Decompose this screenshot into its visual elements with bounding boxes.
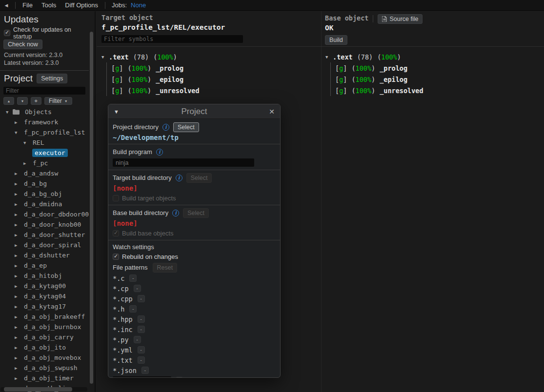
project-directory-select-button[interactable]: Select bbox=[173, 122, 199, 132]
remove-pattern-button[interactable]: - bbox=[134, 336, 141, 343]
tree-item[interactable]: ▶ d_a_kytag17 bbox=[0, 301, 89, 312]
tree-item-label: d_a_bg bbox=[21, 179, 49, 188]
tree-expand-icon[interactable]: ▶ bbox=[15, 243, 21, 248]
startup-checkbox[interactable] bbox=[4, 30, 10, 36]
tree-item[interactable]: ▶ d_a_andsw bbox=[0, 168, 89, 178]
section-header[interactable]: ▼ .text (78) (100%) bbox=[101, 51, 321, 62]
tree-expand-icon[interactable]: ▶ bbox=[23, 161, 30, 166]
project-filter-input[interactable] bbox=[3, 87, 85, 95]
tree-expand-icon[interactable]: ▶ bbox=[15, 222, 21, 227]
symbol-row[interactable]: [g] (100%) _unresolved bbox=[335, 85, 423, 96]
tree-item[interactable]: ▶ d_a_hitobj bbox=[0, 271, 89, 281]
tree-item[interactable]: ▶ d_a_obj_swpush bbox=[0, 363, 89, 373]
remove-pattern-button[interactable]: - bbox=[129, 274, 137, 282]
jobs-link[interactable]: None bbox=[128, 1, 149, 9]
filter-dropdown-button[interactable]: Filter ▼ bbox=[44, 97, 72, 105]
project-dialog-titlebar[interactable]: ▼ Project ✕ bbox=[108, 104, 280, 119]
tree-expand-icon[interactable]: ▶ bbox=[15, 181, 21, 186]
remove-pattern-button[interactable]: - bbox=[129, 305, 137, 313]
tree-item[interactable]: ▼ REL bbox=[0, 137, 89, 148]
symbol-row[interactable]: [g] (100%) _prolog bbox=[111, 62, 321, 74]
tree-expand-icon[interactable]: ▶ bbox=[15, 233, 21, 237]
tree-expand-icon[interactable]: ▶ bbox=[15, 253, 21, 258]
tree-expand-icon[interactable]: ▼ bbox=[23, 140, 30, 145]
tree-expand-icon[interactable]: ▶ bbox=[15, 376, 21, 381]
menu-item[interactable]: Tools bbox=[37, 1, 60, 9]
symbol-row[interactable]: [g] (100%) _epilog bbox=[111, 74, 321, 85]
new-pattern-input[interactable] bbox=[113, 376, 171, 378]
sort-down-button[interactable]: ▼ bbox=[17, 97, 28, 105]
tree-item[interactable]: ▼ f_pc_profile_lst bbox=[0, 127, 89, 137]
tree-item[interactable]: ▶ d_a_obj_burnbox bbox=[0, 322, 89, 332]
remove-pattern-button[interactable]: - bbox=[138, 315, 145, 323]
tree-expand-icon[interactable]: ▼ bbox=[6, 110, 13, 115]
tree-expand-icon[interactable]: ▶ bbox=[15, 294, 21, 299]
tree-item[interactable]: ▶ d_a_bg_obj bbox=[0, 189, 89, 199]
tree-item[interactable]: ▶ d_a_door_spiral bbox=[0, 240, 89, 250]
add-pattern-button[interactable]: + bbox=[176, 377, 183, 378]
tree-item[interactable]: executor bbox=[0, 148, 89, 158]
source-file-button[interactable]: Source file bbox=[378, 14, 423, 24]
tree-expand-icon[interactable]: ▶ bbox=[15, 355, 21, 360]
tree-item[interactable]: ▶ d_a_kytag04 bbox=[0, 291, 89, 301]
rebuild-on-changes-checkbox[interactable] bbox=[113, 254, 119, 260]
tree-item[interactable]: ▶ d_a_door_knob00 bbox=[0, 219, 89, 230]
dialog-collapse-icon[interactable]: ▼ bbox=[114, 109, 124, 115]
tree-expand-icon[interactable]: ▶ bbox=[15, 192, 21, 196]
tree-item[interactable]: ▶ d_a_door_shutter bbox=[0, 230, 89, 240]
tree-item[interactable]: ▶ d_a_obj_timer bbox=[0, 373, 89, 383]
tree-expand-icon[interactable]: ▶ bbox=[15, 202, 21, 207]
close-icon[interactable]: ✕ bbox=[264, 108, 275, 116]
locate-object-button[interactable]: ⌖ bbox=[31, 97, 41, 105]
tree-expand-icon[interactable]: ▶ bbox=[15, 345, 21, 350]
tree-expand-icon[interactable]: ▶ bbox=[15, 120, 21, 125]
back-icon[interactable]: ◀ bbox=[0, 3, 13, 8]
section-collapse-icon[interactable]: ▼ bbox=[325, 55, 333, 59]
build-button[interactable]: Build bbox=[325, 35, 347, 45]
symbol-row[interactable]: [g] (100%) _prolog bbox=[335, 62, 423, 74]
remove-pattern-button[interactable]: - bbox=[134, 285, 141, 292]
section-collapse-icon[interactable]: ▼ bbox=[101, 55, 109, 59]
symbol-row[interactable]: [g] (100%) _epilog bbox=[335, 74, 423, 85]
section-header[interactable]: ▼ .text (78) (100%) bbox=[325, 51, 423, 62]
check-now-button[interactable]: Check now bbox=[3, 39, 42, 49]
tree-item[interactable]: ▶ d_a_door_dbdoor00 bbox=[0, 209, 89, 219]
tree-item[interactable]: ▶ d_a_dmidna bbox=[0, 199, 89, 209]
tree-item[interactable]: ▶ d_a_obj_movebox bbox=[0, 353, 89, 363]
remove-pattern-button[interactable]: - bbox=[138, 326, 145, 333]
tree-expand-icon[interactable]: ▶ bbox=[15, 325, 21, 330]
tree-item[interactable]: ▶ d_a_obj_brakeeff bbox=[0, 312, 89, 322]
tree-item[interactable]: ▶ d_a_obj_ito bbox=[0, 342, 89, 353]
tree-expand-icon[interactable]: ▶ bbox=[15, 212, 21, 217]
tree-expand-icon[interactable]: ▼ bbox=[15, 130, 21, 135]
tree-expand-icon[interactable]: ▶ bbox=[15, 274, 21, 278]
symbol-row[interactable]: [g] (100%) _unresolved bbox=[111, 85, 321, 96]
sidebar-vertical-scrollbar[interactable] bbox=[90, 32, 93, 384]
tree-item[interactable]: ▶ d_a_kytag00 bbox=[0, 281, 89, 291]
sort-up-button[interactable]: ▲ bbox=[3, 97, 14, 105]
tree-item[interactable]: ▶ framework bbox=[0, 117, 89, 127]
tree-item[interactable]: ▶ f_pc bbox=[0, 158, 89, 168]
remove-pattern-button[interactable]: - bbox=[138, 356, 145, 364]
tree-expand-icon[interactable]: ▶ bbox=[15, 366, 21, 371]
tree-item[interactable]: ▶ d_a_bg bbox=[0, 178, 89, 189]
tree-expand-icon[interactable]: ▶ bbox=[15, 263, 21, 268]
menu-item[interactable]: File bbox=[18, 1, 37, 9]
build-program-input[interactable] bbox=[113, 158, 254, 167]
remove-pattern-button[interactable]: - bbox=[141, 367, 149, 374]
tree-expand-icon[interactable]: ▶ bbox=[15, 335, 21, 340]
tree-item[interactable]: ▶ d_a_dshutter bbox=[0, 250, 89, 260]
remove-pattern-button[interactable]: - bbox=[138, 346, 145, 353]
tree-expand-icon[interactable]: ▶ bbox=[15, 171, 21, 176]
tree-item[interactable]: ▶ d_a_obj_carry bbox=[0, 332, 89, 342]
menu-item[interactable]: Diff Options bbox=[60, 1, 102, 9]
tree-item[interactable]: ▼ Objects bbox=[0, 107, 89, 117]
settings-button[interactable]: Settings bbox=[37, 74, 67, 83]
tree-item[interactable]: ▶ d_a_ep bbox=[0, 260, 89, 271]
tree-expand-icon[interactable]: ▶ bbox=[15, 304, 21, 309]
tree-expand-icon[interactable]: ▶ bbox=[15, 314, 21, 319]
tree-expand-icon[interactable]: ▶ bbox=[15, 284, 21, 289]
symbol-filter-input[interactable] bbox=[101, 35, 243, 43]
sidebar-horizontal-scrollbar[interactable] bbox=[4, 387, 72, 392]
remove-pattern-button[interactable]: - bbox=[138, 295, 145, 302]
